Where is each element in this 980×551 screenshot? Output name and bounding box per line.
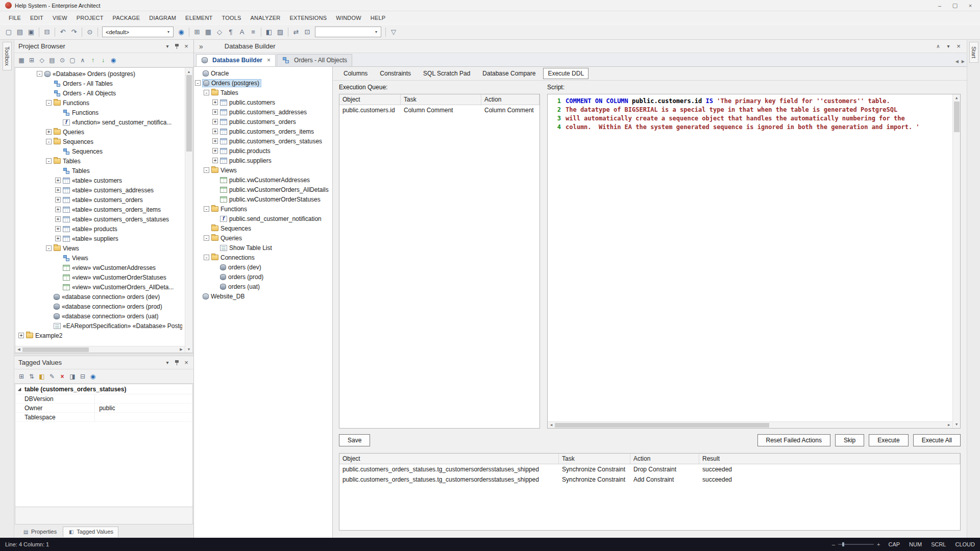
compare-icon[interactable]: ⇄ — [290, 27, 302, 38]
menu-element[interactable]: ELEMENT — [181, 13, 217, 23]
tagged-value-row[interactable]: DBVersion — [15, 394, 192, 404]
expand-icon[interactable]: + — [212, 148, 218, 154]
tree-item[interactable]: Sequences — [194, 223, 331, 233]
tree-item[interactable]: Oracle — [194, 68, 331, 78]
tree-item[interactable]: +Example2 — [15, 331, 184, 340]
expand-icon[interactable]: + — [212, 129, 218, 134]
expand-icon[interactable]: + — [55, 236, 61, 241]
skip-button[interactable]: Skip — [835, 434, 864, 446]
tree-item[interactable]: «function» send_customer_notifica... — [15, 117, 184, 127]
tags-icon[interactable]: ◨ — [67, 371, 78, 382]
new-tag-icon[interactable]: ◧ — [37, 371, 47, 382]
reset-failed-actions-button[interactable]: Reset Failed Actions — [757, 434, 830, 446]
tagged-values-group-row[interactable]: table (customers_orders_statuses) — [15, 384, 192, 394]
tab-execute-ddl[interactable]: Execute DDL — [543, 68, 589, 79]
expand-icon[interactable]: + — [212, 158, 218, 163]
find-in-browser-icon[interactable]: ⊙ — [57, 55, 67, 65]
tagged-value-row[interactable]: Tablespace — [15, 413, 192, 422]
scroll-down-icon[interactable]: ▼ — [185, 345, 192, 353]
tree-item[interactable]: Orders - All Tables — [15, 79, 184, 88]
tab-constraints[interactable]: Constraints — [375, 68, 415, 79]
grid-view-icon[interactable]: ⊞ — [16, 371, 27, 382]
collapse-icon[interactable]: - — [204, 255, 209, 260]
tree-item[interactable]: +public.customers_orders_statuses — [194, 136, 331, 146]
collapse-icon[interactable]: - — [204, 235, 209, 241]
chevron-down-icon[interactable]: ▾ — [373, 30, 380, 34]
menu-extensions[interactable]: EXTENSIONS — [285, 13, 331, 23]
delete-tag-icon[interactable]: × — [57, 371, 67, 382]
new-package-icon[interactable]: ▦ — [16, 55, 27, 65]
sort-icon[interactable]: ⇅ — [27, 371, 37, 382]
tree-item[interactable]: «view» vwCustomerOrderStatuses — [15, 272, 184, 282]
tree-item[interactable]: orders (uat) — [194, 282, 331, 291]
new-package-icon[interactable]: ▦ — [203, 27, 214, 38]
checklist-icon[interactable]: ⊟ — [78, 371, 88, 382]
column-header[interactable]: Result — [699, 454, 960, 464]
style-combo[interactable]: <default>▾ — [102, 27, 174, 37]
help-icon[interactable]: ◉ — [108, 55, 118, 65]
scrollbar-thumb[interactable] — [22, 347, 89, 352]
collapse-icon[interactable]: - — [46, 100, 52, 106]
tagged-value-row[interactable]: Ownerpublic — [15, 404, 192, 413]
tree-item[interactable]: +«table» products — [15, 224, 184, 234]
scrollbar-thumb[interactable] — [555, 423, 769, 428]
zoom-slider[interactable] — [838, 544, 874, 545]
minimize-button[interactable]: – — [932, 1, 947, 11]
column-header[interactable]: Object — [339, 454, 559, 464]
scroll-down-icon[interactable]: ▼ — [953, 421, 960, 428]
scroll-right-icon[interactable]: ▶ — [945, 422, 952, 428]
tree-item[interactable]: «view» vwCustomerOrders_AllDeta... — [15, 282, 184, 292]
expand-icon[interactable]: + — [55, 207, 61, 212]
new-diagram-icon[interactable]: ⊞ — [191, 27, 203, 38]
doc-tab-orders---all-objects[interactable]: Orders - All Objects — [277, 54, 352, 66]
table-row[interactable]: public.customers.idColumn CommentColumn … — [339, 105, 540, 115]
tree-item[interactable]: +«table» customers — [15, 176, 184, 185]
vertical-scrollbar[interactable]: ▲ ▼ — [952, 94, 960, 428]
tree-item[interactable]: -Tables — [15, 156, 184, 166]
maximize-button[interactable]: ▢ — [947, 1, 963, 11]
expand-icon[interactable]: + — [55, 226, 61, 232]
nav-left-icon[interactable] — [955, 57, 959, 64]
tree-item[interactable]: -Views — [15, 243, 184, 253]
print-icon[interactable]: ⊟ — [41, 27, 53, 38]
tree-item[interactable]: +public.customers_orders — [194, 117, 331, 127]
panel-menu-icon[interactable] — [164, 360, 170, 366]
tree-item[interactable]: «EAReportSpecification» «Database» Postg… — [15, 321, 184, 331]
collapse-icon[interactable]: - — [46, 245, 52, 251]
expand-icon[interactable]: + — [212, 109, 218, 115]
scrollbar-thumb[interactable] — [186, 75, 192, 152]
doc-tab-database-builder[interactable]: Database Builder — [196, 54, 276, 66]
filter-icon[interactable]: ▽ — [388, 27, 399, 38]
chevron-up-icon[interactable] — [935, 43, 941, 49]
menu-view[interactable]: VIEW — [48, 13, 72, 23]
collapse-icon[interactable]: - — [46, 139, 52, 144]
new-file-icon[interactable]: ▢ — [3, 27, 14, 38]
expand-icon[interactable]: + — [18, 333, 24, 338]
chevrons-icon[interactable] — [199, 42, 203, 51]
tree-item[interactable]: +public.customers — [194, 97, 331, 107]
dock-tab-tagged-values[interactable]: ◧Tagged Values — [63, 527, 118, 537]
tree-item[interactable]: -Functions — [194, 204, 331, 214]
nav-right-icon[interactable] — [962, 57, 965, 64]
package-list-icon[interactable]: ▤ — [47, 55, 57, 65]
move-down-icon[interactable]: ↓ — [98, 55, 108, 65]
note-icon[interactable]: ¶ — [225, 27, 236, 38]
chevron-down-icon[interactable]: ▾ — [165, 30, 172, 34]
list-icon[interactable]: ≡ — [248, 27, 259, 38]
tree-item[interactable]: Orders - All Objects — [15, 88, 184, 98]
zoom-in-icon[interactable]: + — [877, 541, 880, 547]
table-row[interactable]: public.customers_orders_statuses.tg_cust… — [339, 464, 960, 474]
new-element-icon[interactable]: ◇ — [214, 27, 225, 38]
menu-project[interactable]: PROJECT — [72, 13, 108, 23]
tree-item[interactable]: +public.customers_orders_items — [194, 127, 331, 136]
menu-window[interactable]: WINDOW — [331, 13, 365, 23]
tree-item[interactable]: -Connections — [194, 253, 331, 262]
collapse-triangle-icon[interactable] — [18, 387, 21, 390]
collapse-icon[interactable]: - — [37, 71, 42, 77]
column-header[interactable]: Task — [559, 454, 630, 464]
new-diagram-icon[interactable]: ⊞ — [27, 55, 37, 65]
redo-icon[interactable]: ↷ — [68, 27, 80, 38]
color-fill-icon[interactable]: ◧ — [263, 27, 275, 38]
save-icon[interactable]: ▣ — [26, 27, 37, 38]
table-row[interactable]: public.customers_orders_statuses.tg_cust… — [339, 474, 960, 485]
